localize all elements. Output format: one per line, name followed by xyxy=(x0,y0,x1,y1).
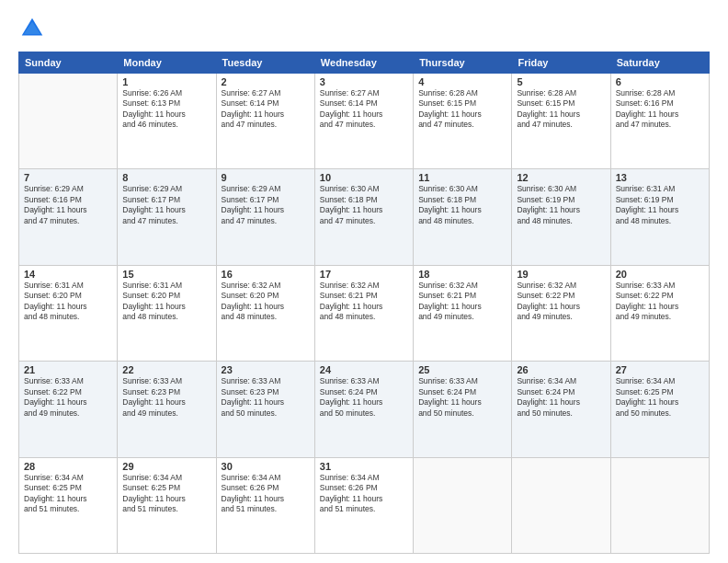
week-row-3: 14Sunrise: 6:31 AM Sunset: 6:20 PM Dayli… xyxy=(19,265,710,361)
day-number: 20 xyxy=(616,269,704,280)
week-row-2: 7Sunrise: 6:29 AM Sunset: 6:16 PM Daylig… xyxy=(19,169,710,265)
weekday-wednesday: Wednesday xyxy=(314,52,413,74)
cell-data: Sunrise: 6:33 AM Sunset: 6:24 PM Dayligh… xyxy=(418,376,506,419)
cell-data: Sunrise: 6:28 AM Sunset: 6:16 PM Dayligh… xyxy=(616,88,704,131)
cell-data: Sunrise: 6:26 AM Sunset: 6:13 PM Dayligh… xyxy=(122,88,210,131)
week-row-5: 28Sunrise: 6:34 AM Sunset: 6:25 PM Dayli… xyxy=(19,457,710,553)
day-number: 21 xyxy=(24,364,112,375)
calendar-cell: 14Sunrise: 6:31 AM Sunset: 6:20 PM Dayli… xyxy=(19,265,118,361)
calendar-cell: 1Sunrise: 6:26 AM Sunset: 6:13 PM Daylig… xyxy=(118,74,216,169)
day-number: 19 xyxy=(517,269,605,280)
cell-data: Sunrise: 6:34 AM Sunset: 6:26 PM Dayligh… xyxy=(320,473,408,515)
week-row-4: 21Sunrise: 6:33 AM Sunset: 6:22 PM Dayli… xyxy=(19,362,710,457)
day-number: 7 xyxy=(24,172,112,183)
calendar-cell: 5Sunrise: 6:28 AM Sunset: 6:15 PM Daylig… xyxy=(512,74,610,169)
day-number: 25 xyxy=(418,364,506,375)
calendar-cell: 10Sunrise: 6:30 AM Sunset: 6:18 PM Dayli… xyxy=(314,169,413,265)
calendar-cell: 22Sunrise: 6:33 AM Sunset: 6:23 PM Dayli… xyxy=(118,362,216,457)
calendar-cell xyxy=(19,74,118,169)
cell-data: Sunrise: 6:32 AM Sunset: 6:20 PM Dayligh… xyxy=(222,281,310,323)
calendar-cell: 2Sunrise: 6:27 AM Sunset: 6:14 PM Daylig… xyxy=(216,74,314,169)
weekday-friday: Friday xyxy=(512,52,610,74)
cell-data: Sunrise: 6:31 AM Sunset: 6:19 PM Dayligh… xyxy=(616,184,704,226)
day-number: 26 xyxy=(517,364,605,375)
day-number: 4 xyxy=(418,76,506,87)
cell-data: Sunrise: 6:29 AM Sunset: 6:17 PM Dayligh… xyxy=(222,184,310,226)
calendar-cell: 28Sunrise: 6:34 AM Sunset: 6:25 PM Dayli… xyxy=(19,457,118,553)
day-number: 10 xyxy=(320,172,408,183)
calendar-cell: 4Sunrise: 6:28 AM Sunset: 6:15 PM Daylig… xyxy=(414,74,512,169)
cell-data: Sunrise: 6:31 AM Sunset: 6:20 PM Dayligh… xyxy=(24,281,112,323)
day-number: 1 xyxy=(122,76,210,87)
day-number: 30 xyxy=(222,461,310,472)
cell-data: Sunrise: 6:33 AM Sunset: 6:24 PM Dayligh… xyxy=(320,376,408,419)
cell-data: Sunrise: 6:34 AM Sunset: 6:24 PM Dayligh… xyxy=(517,376,605,419)
cell-data: Sunrise: 6:34 AM Sunset: 6:25 PM Dayligh… xyxy=(24,473,112,515)
calendar-cell: 27Sunrise: 6:34 AM Sunset: 6:25 PM Dayli… xyxy=(610,362,709,457)
day-number: 22 xyxy=(122,364,210,375)
calendar-cell: 17Sunrise: 6:32 AM Sunset: 6:21 PM Dayli… xyxy=(314,265,413,361)
cell-data: Sunrise: 6:34 AM Sunset: 6:26 PM Dayligh… xyxy=(222,473,310,515)
cell-data: Sunrise: 6:28 AM Sunset: 6:15 PM Dayligh… xyxy=(418,88,506,131)
calendar-cell: 20Sunrise: 6:33 AM Sunset: 6:22 PM Dayli… xyxy=(610,265,709,361)
calendar-cell: 16Sunrise: 6:32 AM Sunset: 6:20 PM Dayli… xyxy=(216,265,314,361)
day-number: 15 xyxy=(122,269,210,280)
calendar-cell: 31Sunrise: 6:34 AM Sunset: 6:26 PM Dayli… xyxy=(314,457,413,553)
calendar-table: SundayMondayTuesdayWednesdayThursdayFrid… xyxy=(18,52,710,554)
weekday-monday: Monday xyxy=(118,52,216,74)
cell-data: Sunrise: 6:33 AM Sunset: 6:22 PM Dayligh… xyxy=(616,281,704,323)
cell-data: Sunrise: 6:29 AM Sunset: 6:16 PM Dayligh… xyxy=(24,184,112,226)
cell-data: Sunrise: 6:30 AM Sunset: 6:18 PM Dayligh… xyxy=(418,184,506,226)
calendar-cell: 11Sunrise: 6:30 AM Sunset: 6:18 PM Dayli… xyxy=(414,169,512,265)
cell-data: Sunrise: 6:28 AM Sunset: 6:15 PM Dayligh… xyxy=(517,88,605,131)
day-number: 29 xyxy=(122,461,210,472)
cell-data: Sunrise: 6:31 AM Sunset: 6:20 PM Dayligh… xyxy=(122,281,210,323)
cell-data: Sunrise: 6:32 AM Sunset: 6:21 PM Dayligh… xyxy=(320,281,408,323)
cell-data: Sunrise: 6:27 AM Sunset: 6:14 PM Dayligh… xyxy=(320,88,408,131)
cell-data: Sunrise: 6:34 AM Sunset: 6:25 PM Dayligh… xyxy=(616,376,704,419)
calendar-cell xyxy=(610,457,709,553)
weekday-sunday: Sunday xyxy=(19,52,118,74)
calendar-cell: 13Sunrise: 6:31 AM Sunset: 6:19 PM Dayli… xyxy=(610,169,709,265)
day-number: 16 xyxy=(222,269,310,280)
day-number: 18 xyxy=(418,269,506,280)
calendar-cell: 26Sunrise: 6:34 AM Sunset: 6:24 PM Dayli… xyxy=(512,362,610,457)
calendar-cell: 23Sunrise: 6:33 AM Sunset: 6:23 PM Dayli… xyxy=(216,362,314,457)
calendar-cell: 8Sunrise: 6:29 AM Sunset: 6:17 PM Daylig… xyxy=(118,169,216,265)
day-number: 2 xyxy=(222,76,310,87)
cell-data: Sunrise: 6:33 AM Sunset: 6:23 PM Dayligh… xyxy=(122,376,210,419)
cell-data: Sunrise: 6:32 AM Sunset: 6:21 PM Dayligh… xyxy=(418,281,506,323)
calendar-cell: 25Sunrise: 6:33 AM Sunset: 6:24 PM Dayli… xyxy=(414,362,512,457)
day-number: 3 xyxy=(320,76,408,87)
calendar-cell xyxy=(414,457,512,553)
weekday-header-row: SundayMondayTuesdayWednesdayThursdayFrid… xyxy=(19,52,710,74)
weekday-tuesday: Tuesday xyxy=(216,52,314,74)
calendar-cell: 18Sunrise: 6:32 AM Sunset: 6:21 PM Dayli… xyxy=(414,265,512,361)
cell-data: Sunrise: 6:33 AM Sunset: 6:22 PM Dayligh… xyxy=(24,376,112,419)
calendar-cell: 24Sunrise: 6:33 AM Sunset: 6:24 PM Dayli… xyxy=(314,362,413,457)
cell-data: Sunrise: 6:33 AM Sunset: 6:23 PM Dayligh… xyxy=(222,376,310,419)
calendar-cell: 15Sunrise: 6:31 AM Sunset: 6:20 PM Dayli… xyxy=(118,265,216,361)
cell-data: Sunrise: 6:27 AM Sunset: 6:14 PM Dayligh… xyxy=(222,88,310,131)
weekday-saturday: Saturday xyxy=(610,52,709,74)
day-number: 28 xyxy=(24,461,112,472)
day-number: 31 xyxy=(320,461,408,472)
day-number: 6 xyxy=(616,76,704,87)
calendar-cell: 6Sunrise: 6:28 AM Sunset: 6:16 PM Daylig… xyxy=(610,74,709,169)
day-number: 27 xyxy=(616,364,704,375)
calendar-cell: 12Sunrise: 6:30 AM Sunset: 6:19 PM Dayli… xyxy=(512,169,610,265)
calendar-cell: 29Sunrise: 6:34 AM Sunset: 6:25 PM Dayli… xyxy=(118,457,216,553)
day-number: 5 xyxy=(517,76,605,87)
calendar-cell: 19Sunrise: 6:32 AM Sunset: 6:22 PM Dayli… xyxy=(512,265,610,361)
cell-data: Sunrise: 6:34 AM Sunset: 6:25 PM Dayligh… xyxy=(122,473,210,515)
day-number: 24 xyxy=(320,364,408,375)
cell-data: Sunrise: 6:30 AM Sunset: 6:18 PM Dayligh… xyxy=(320,184,408,226)
calendar-cell xyxy=(512,457,610,553)
page: SundayMondayTuesdayWednesdayThursdayFrid… xyxy=(0,0,728,563)
calendar-cell: 3Sunrise: 6:27 AM Sunset: 6:14 PM Daylig… xyxy=(314,74,413,169)
day-number: 14 xyxy=(24,269,112,280)
weekday-thursday: Thursday xyxy=(414,52,512,74)
calendar-cell: 7Sunrise: 6:29 AM Sunset: 6:16 PM Daylig… xyxy=(19,169,118,265)
day-number: 8 xyxy=(122,172,210,183)
day-number: 23 xyxy=(222,364,310,375)
